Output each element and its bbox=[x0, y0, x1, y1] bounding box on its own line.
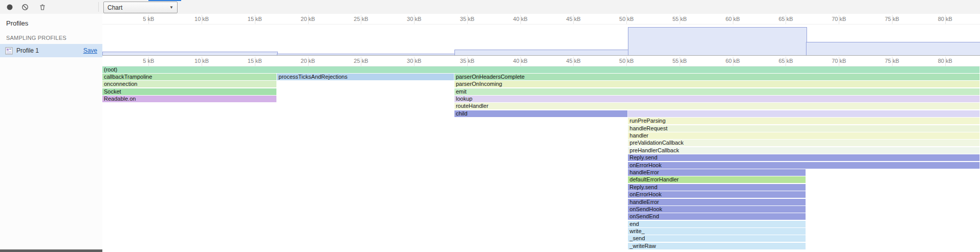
flame-bar-routehandler[interactable]: routeHandler bbox=[454, 103, 980, 109]
ruler-tick-label: 50 kB bbox=[619, 16, 634, 22]
flame-row: Reply.send bbox=[102, 184, 980, 191]
flame-bar-parseronincoming[interactable]: parserOnIncoming bbox=[454, 81, 980, 87]
flame-chart-area: 5 kB10 kB15 kB20 kB25 kB30 kB35 kB40 kB4… bbox=[102, 14, 980, 252]
ruler-tick-label: 50 kB bbox=[619, 58, 634, 64]
flame-rows: (root)callbackTrampolineprocessTicksAndR… bbox=[102, 66, 980, 252]
flame-row: Readable.onlookup bbox=[102, 96, 980, 103]
bottom-edge-strip bbox=[0, 249, 102, 252]
ruler-tick-label: 30 kB bbox=[407, 16, 421, 22]
flame-row: _send bbox=[102, 235, 980, 242]
ruler-tick-label: 65 kB bbox=[778, 16, 793, 22]
record-button[interactable] bbox=[3, 2, 16, 12]
ruler-tick-label: 55 kB bbox=[672, 58, 687, 64]
ruler-tick-label: 20 kB bbox=[301, 58, 315, 64]
ruler-tick-label: 35 kB bbox=[460, 58, 474, 64]
flame-bar-onconnection[interactable]: onconnection bbox=[102, 81, 277, 87]
ruler-tick-label: 30 kB bbox=[407, 58, 421, 64]
flame-bar-onsendend[interactable]: onSendEnd bbox=[628, 213, 806, 220]
ruler-tick-label: 40 kB bbox=[513, 16, 528, 22]
ruler-tick-label: 70 kB bbox=[832, 58, 846, 64]
flame-bar-writeraw[interactable]: _writeRaw bbox=[628, 243, 806, 249]
ruler-tick-label: 20 kB bbox=[301, 16, 315, 22]
flame-bar-child[interactable]: child bbox=[454, 110, 628, 117]
view-mode-value: Chart bbox=[107, 4, 122, 11]
flame-row: _writeRaw bbox=[102, 242, 980, 249]
flame-bar-send[interactable]: _send bbox=[628, 235, 806, 242]
profile-icon bbox=[5, 47, 13, 55]
flame-row: handleRequest bbox=[102, 125, 980, 132]
flame-row: Socketemit bbox=[102, 88, 980, 95]
overview-band[interactable] bbox=[102, 25, 980, 56]
save-profile-link[interactable]: Save bbox=[83, 47, 97, 54]
flame-bar-handlerequest[interactable]: handleRequest bbox=[628, 125, 980, 132]
ruler-tick-label: 10 kB bbox=[194, 16, 209, 22]
flame-bar-onerrorhook[interactable]: onErrorHook bbox=[628, 191, 806, 198]
flame-bar-reply-send[interactable]: Reply.send bbox=[628, 184, 806, 191]
flame-bar-handleerror[interactable]: handleError bbox=[628, 169, 806, 176]
block-icon bbox=[21, 4, 29, 11]
ruler-tick-label: 5 kB bbox=[143, 16, 154, 22]
sidebar: Profiles SAMPLING PROFILES Profile 1 Sav… bbox=[0, 14, 103, 252]
ruler-tick-label: 65 kB bbox=[778, 58, 793, 64]
active-tab-indicator bbox=[148, 0, 181, 1]
flame-row: routeHandler bbox=[102, 103, 980, 110]
flame-bar-onerrorhook[interactable]: onErrorHook bbox=[628, 162, 980, 169]
clear-profiles-button[interactable] bbox=[18, 2, 32, 12]
flame-row: runPreParsing bbox=[102, 118, 980, 125]
flame-bar-processticksandrejections[interactable]: processTicksAndRejections bbox=[277, 74, 454, 80]
toolbar: Chart ▼ bbox=[0, 0, 980, 14]
flame-bar-emit[interactable]: emit bbox=[454, 88, 980, 95]
flame-row: write_ bbox=[102, 228, 980, 235]
overview-segment bbox=[806, 42, 980, 55]
flame-bar-runpreparsing[interactable]: runPreParsing bbox=[628, 118, 980, 124]
flame-row: onErrorHook bbox=[102, 162, 980, 169]
flame-bar-parseronheaderscomplete[interactable]: parserOnHeadersComplete bbox=[454, 74, 980, 80]
overview-segment bbox=[102, 52, 278, 55]
flame-bar-handler[interactable]: handler bbox=[628, 132, 980, 139]
ruler-tick-label: 5 kB bbox=[143, 58, 154, 64]
ruler-tick-label: 25 kB bbox=[354, 16, 368, 22]
memory-profiler-panel: Chart ▼ Profiles SAMPLING PROFILES Profi… bbox=[0, 0, 980, 252]
flame-bar-socket[interactable]: Socket bbox=[102, 88, 277, 95]
ruler-tick-label: 60 kB bbox=[726, 58, 740, 64]
flame-bar-onsendhook[interactable]: onSendHook bbox=[628, 206, 806, 213]
flame-bar-write[interactable]: write_ bbox=[628, 228, 806, 235]
ruler-tick-label: 15 kB bbox=[248, 16, 262, 22]
ruler-tick-label: 60 kB bbox=[726, 16, 740, 22]
flame-bar-defaulterrorhandler[interactable]: defaultErrorHandler bbox=[628, 176, 806, 183]
flame-row: onSendEnd bbox=[102, 213, 980, 220]
sidebar-item-profile-1[interactable]: Profile 1 Save bbox=[0, 44, 102, 57]
flame-ruler[interactable]: 5 kB10 kB15 kB20 kB25 kB30 kB35 kB40 kB4… bbox=[102, 56, 980, 66]
flame-row: handleError bbox=[102, 169, 980, 176]
ruler-tick-label: 75 kB bbox=[885, 58, 899, 64]
flame-bar-handleerror[interactable]: handleError bbox=[628, 199, 806, 205]
flame-row: end bbox=[102, 220, 980, 227]
overview-segment bbox=[454, 50, 629, 55]
flame-row: preHandlerCallback bbox=[102, 147, 980, 154]
profile-name: Profile 1 bbox=[16, 47, 39, 54]
view-mode-select[interactable]: Chart ▼ bbox=[103, 2, 178, 13]
flame-bar-callbacktrampoline[interactable]: callbackTrampoline bbox=[102, 74, 277, 80]
flame-bar-end[interactable]: end bbox=[628, 221, 806, 227]
flame-bar-readable-on[interactable]: Readable.on bbox=[102, 96, 277, 102]
ruler-tick-label: 55 kB bbox=[672, 16, 687, 22]
ruler-tick-label: 35 kB bbox=[460, 16, 474, 22]
ruler-tick-label: 80 kB bbox=[938, 58, 952, 64]
flame-row: callbackTrampolineprocessTicksAndRejecti… bbox=[102, 73, 980, 80]
toolbar-separator bbox=[98, 2, 99, 12]
delete-profile-button[interactable] bbox=[36, 2, 49, 12]
flame-bar-lookup[interactable]: lookup bbox=[454, 96, 980, 102]
flame-row: handler bbox=[102, 132, 980, 140]
ruler-tick-label: 15 kB bbox=[248, 58, 262, 64]
trash-icon bbox=[39, 4, 46, 11]
profiles-heading: Profiles bbox=[0, 14, 102, 31]
ruler-tick-label: 70 kB bbox=[832, 16, 846, 22]
ruler-tick-label: 40 kB bbox=[513, 58, 528, 64]
overview-ruler[interactable]: 5 kB10 kB15 kB20 kB25 kB30 kB35 kB40 kB4… bbox=[102, 14, 980, 25]
chevron-down-icon: ▼ bbox=[169, 5, 173, 10]
flame-bar-root[interactable]: (root) bbox=[102, 66, 980, 73]
flame-bar-reply-send[interactable]: Reply.send bbox=[628, 154, 980, 161]
flame-bar-prehandlercallback[interactable]: preHandlerCallback bbox=[628, 147, 980, 154]
flame-bar-prevalidationcallback[interactable]: preValidationCallback bbox=[628, 140, 980, 146]
flame-bar[interactable] bbox=[628, 110, 980, 117]
